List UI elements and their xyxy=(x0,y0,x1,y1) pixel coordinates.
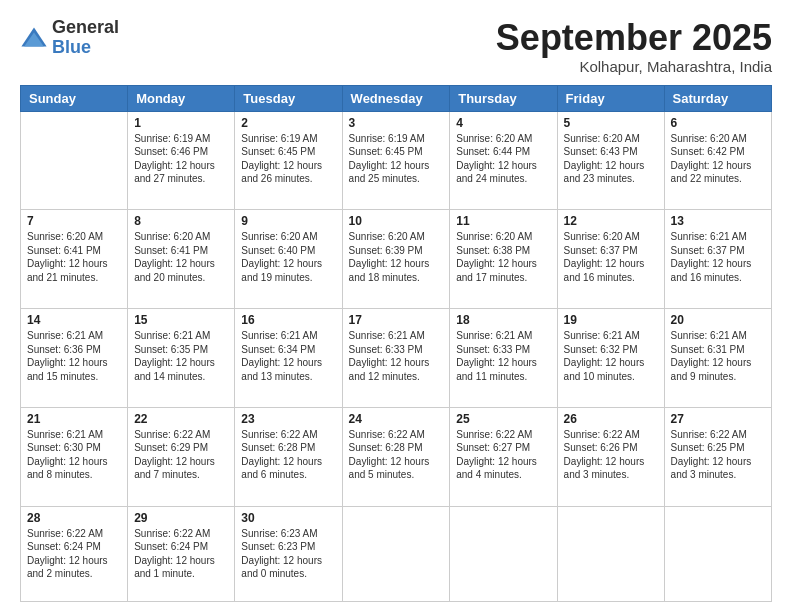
day-info: Sunrise: 6:19 AM Sunset: 6:46 PM Dayligh… xyxy=(134,132,228,186)
table-row: 18Sunrise: 6:21 AM Sunset: 6:33 PM Dayli… xyxy=(450,309,557,408)
day-info: Sunrise: 6:21 AM Sunset: 6:33 PM Dayligh… xyxy=(456,329,550,383)
day-number: 17 xyxy=(349,313,444,327)
table-row: 13Sunrise: 6:21 AM Sunset: 6:37 PM Dayli… xyxy=(664,210,771,309)
day-number: 1 xyxy=(134,116,228,130)
day-number: 22 xyxy=(134,412,228,426)
table-row: 16Sunrise: 6:21 AM Sunset: 6:34 PM Dayli… xyxy=(235,309,342,408)
table-row: 4Sunrise: 6:20 AM Sunset: 6:44 PM Daylig… xyxy=(450,111,557,210)
day-number: 23 xyxy=(241,412,335,426)
day-info: Sunrise: 6:20 AM Sunset: 6:43 PM Dayligh… xyxy=(564,132,658,186)
table-row: 2Sunrise: 6:19 AM Sunset: 6:45 PM Daylig… xyxy=(235,111,342,210)
day-number: 28 xyxy=(27,511,121,525)
col-friday: Friday xyxy=(557,85,664,111)
day-info: Sunrise: 6:21 AM Sunset: 6:32 PM Dayligh… xyxy=(564,329,658,383)
table-row: 24Sunrise: 6:22 AM Sunset: 6:28 PM Dayli… xyxy=(342,407,450,506)
table-row xyxy=(21,111,128,210)
table-row: 21Sunrise: 6:21 AM Sunset: 6:30 PM Dayli… xyxy=(21,407,128,506)
day-number: 7 xyxy=(27,214,121,228)
day-number: 3 xyxy=(349,116,444,130)
calendar-row: 1Sunrise: 6:19 AM Sunset: 6:46 PM Daylig… xyxy=(21,111,772,210)
table-row: 10Sunrise: 6:20 AM Sunset: 6:39 PM Dayli… xyxy=(342,210,450,309)
table-row: 23Sunrise: 6:22 AM Sunset: 6:28 PM Dayli… xyxy=(235,407,342,506)
logo: General Blue xyxy=(20,18,119,58)
day-number: 24 xyxy=(349,412,444,426)
table-row: 28Sunrise: 6:22 AM Sunset: 6:24 PM Dayli… xyxy=(21,506,128,601)
day-info: Sunrise: 6:21 AM Sunset: 6:35 PM Dayligh… xyxy=(134,329,228,383)
table-row: 26Sunrise: 6:22 AM Sunset: 6:26 PM Dayli… xyxy=(557,407,664,506)
day-number: 18 xyxy=(456,313,550,327)
table-row: 5Sunrise: 6:20 AM Sunset: 6:43 PM Daylig… xyxy=(557,111,664,210)
day-number: 6 xyxy=(671,116,765,130)
day-number: 19 xyxy=(564,313,658,327)
calendar: Sunday Monday Tuesday Wednesday Thursday… xyxy=(20,85,772,602)
day-info: Sunrise: 6:22 AM Sunset: 6:28 PM Dayligh… xyxy=(241,428,335,482)
day-number: 25 xyxy=(456,412,550,426)
table-row: 20Sunrise: 6:21 AM Sunset: 6:31 PM Dayli… xyxy=(664,309,771,408)
day-number: 15 xyxy=(134,313,228,327)
calendar-row: 7Sunrise: 6:20 AM Sunset: 6:41 PM Daylig… xyxy=(21,210,772,309)
day-info: Sunrise: 6:20 AM Sunset: 6:44 PM Dayligh… xyxy=(456,132,550,186)
col-tuesday: Tuesday xyxy=(235,85,342,111)
day-info: Sunrise: 6:20 AM Sunset: 6:42 PM Dayligh… xyxy=(671,132,765,186)
table-row: 19Sunrise: 6:21 AM Sunset: 6:32 PM Dayli… xyxy=(557,309,664,408)
col-monday: Monday xyxy=(128,85,235,111)
day-info: Sunrise: 6:22 AM Sunset: 6:29 PM Dayligh… xyxy=(134,428,228,482)
day-number: 26 xyxy=(564,412,658,426)
day-number: 13 xyxy=(671,214,765,228)
day-info: Sunrise: 6:20 AM Sunset: 6:40 PM Dayligh… xyxy=(241,230,335,284)
header: General Blue September 2025 Kolhapur, Ma… xyxy=(20,18,772,75)
month-title: September 2025 xyxy=(496,18,772,58)
location: Kolhapur, Maharashtra, India xyxy=(496,58,772,75)
table-row: 6Sunrise: 6:20 AM Sunset: 6:42 PM Daylig… xyxy=(664,111,771,210)
logo-icon xyxy=(20,24,48,52)
day-info: Sunrise: 6:22 AM Sunset: 6:26 PM Dayligh… xyxy=(564,428,658,482)
day-number: 8 xyxy=(134,214,228,228)
day-number: 20 xyxy=(671,313,765,327)
day-info: Sunrise: 6:22 AM Sunset: 6:24 PM Dayligh… xyxy=(134,527,228,581)
day-number: 14 xyxy=(27,313,121,327)
table-row: 3Sunrise: 6:19 AM Sunset: 6:45 PM Daylig… xyxy=(342,111,450,210)
table-row: 15Sunrise: 6:21 AM Sunset: 6:35 PM Dayli… xyxy=(128,309,235,408)
day-number: 10 xyxy=(349,214,444,228)
calendar-row: 28Sunrise: 6:22 AM Sunset: 6:24 PM Dayli… xyxy=(21,506,772,601)
day-number: 16 xyxy=(241,313,335,327)
day-info: Sunrise: 6:20 AM Sunset: 6:41 PM Dayligh… xyxy=(134,230,228,284)
col-thursday: Thursday xyxy=(450,85,557,111)
day-info: Sunrise: 6:20 AM Sunset: 6:38 PM Dayligh… xyxy=(456,230,550,284)
table-row: 7Sunrise: 6:20 AM Sunset: 6:41 PM Daylig… xyxy=(21,210,128,309)
day-number: 4 xyxy=(456,116,550,130)
calendar-row: 14Sunrise: 6:21 AM Sunset: 6:36 PM Dayli… xyxy=(21,309,772,408)
day-info: Sunrise: 6:19 AM Sunset: 6:45 PM Dayligh… xyxy=(241,132,335,186)
day-info: Sunrise: 6:23 AM Sunset: 6:23 PM Dayligh… xyxy=(241,527,335,581)
day-info: Sunrise: 6:22 AM Sunset: 6:24 PM Dayligh… xyxy=(27,527,121,581)
table-row: 27Sunrise: 6:22 AM Sunset: 6:25 PM Dayli… xyxy=(664,407,771,506)
table-row: 29Sunrise: 6:22 AM Sunset: 6:24 PM Dayli… xyxy=(128,506,235,601)
title-block: September 2025 Kolhapur, Maharashtra, In… xyxy=(496,18,772,75)
col-wednesday: Wednesday xyxy=(342,85,450,111)
logo-text: General Blue xyxy=(52,18,119,58)
day-info: Sunrise: 6:21 AM Sunset: 6:34 PM Dayligh… xyxy=(241,329,335,383)
day-info: Sunrise: 6:21 AM Sunset: 6:33 PM Dayligh… xyxy=(349,329,444,383)
table-row xyxy=(342,506,450,601)
day-info: Sunrise: 6:19 AM Sunset: 6:45 PM Dayligh… xyxy=(349,132,444,186)
day-info: Sunrise: 6:20 AM Sunset: 6:41 PM Dayligh… xyxy=(27,230,121,284)
day-info: Sunrise: 6:22 AM Sunset: 6:28 PM Dayligh… xyxy=(349,428,444,482)
table-row: 8Sunrise: 6:20 AM Sunset: 6:41 PM Daylig… xyxy=(128,210,235,309)
day-info: Sunrise: 6:21 AM Sunset: 6:30 PM Dayligh… xyxy=(27,428,121,482)
day-info: Sunrise: 6:22 AM Sunset: 6:27 PM Dayligh… xyxy=(456,428,550,482)
table-row: 17Sunrise: 6:21 AM Sunset: 6:33 PM Dayli… xyxy=(342,309,450,408)
day-info: Sunrise: 6:21 AM Sunset: 6:37 PM Dayligh… xyxy=(671,230,765,284)
table-row: 1Sunrise: 6:19 AM Sunset: 6:46 PM Daylig… xyxy=(128,111,235,210)
table-row: 22Sunrise: 6:22 AM Sunset: 6:29 PM Dayli… xyxy=(128,407,235,506)
table-row: 11Sunrise: 6:20 AM Sunset: 6:38 PM Dayli… xyxy=(450,210,557,309)
table-row: 25Sunrise: 6:22 AM Sunset: 6:27 PM Dayli… xyxy=(450,407,557,506)
table-row xyxy=(557,506,664,601)
table-row xyxy=(664,506,771,601)
day-number: 2 xyxy=(241,116,335,130)
day-number: 9 xyxy=(241,214,335,228)
table-row: 9Sunrise: 6:20 AM Sunset: 6:40 PM Daylig… xyxy=(235,210,342,309)
col-sunday: Sunday xyxy=(21,85,128,111)
table-row: 30Sunrise: 6:23 AM Sunset: 6:23 PM Dayli… xyxy=(235,506,342,601)
logo-general: General xyxy=(52,18,119,38)
day-number: 11 xyxy=(456,214,550,228)
